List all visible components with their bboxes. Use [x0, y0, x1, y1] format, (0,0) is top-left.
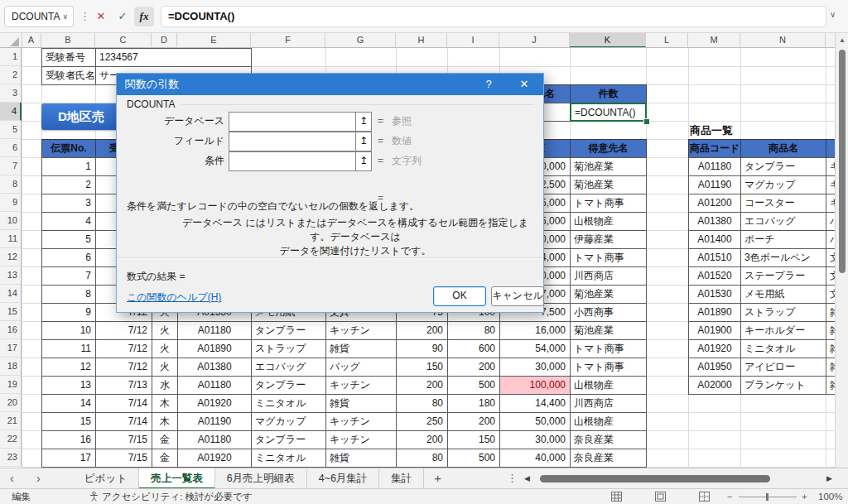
- sheet-tab-売上一覧表[interactable]: 売上一覧表: [139, 468, 215, 489]
- product-cell-r8-c0[interactable]: A01890: [688, 303, 741, 322]
- cancel-button[interactable]: キャンセル: [491, 286, 544, 306]
- formula-input[interactable]: =DCOUNTA(): [161, 6, 826, 27]
- sales-cell-r8-c0[interactable]: 9: [41, 303, 96, 322]
- cancel-entry-button[interactable]: ✕: [91, 7, 111, 26]
- sales-cell-r12-c0[interactable]: 13: [41, 376, 96, 395]
- sales-cell-r13-c5[interactable]: 雑貨: [325, 394, 397, 413]
- page-layout-view-icon[interactable]: [655, 492, 666, 502]
- sales-cell-r11-c3[interactable]: A01380: [177, 358, 252, 377]
- sales-cell-r15-c5[interactable]: キッチン: [325, 430, 397, 449]
- product-cell-r3-c2[interactable]: バ: [826, 212, 835, 231]
- product-cell-r0-c2[interactable]: キ: [826, 157, 835, 176]
- row-header-6[interactable]: 6: [0, 139, 22, 157]
- row-header-16[interactable]: 16: [0, 321, 22, 339]
- sales-cell-r9-c2[interactable]: 火: [152, 321, 178, 340]
- sales-cell-r12-c5[interactable]: キッチン: [325, 376, 397, 395]
- sales-cell-r11-c5[interactable]: バッグ: [325, 358, 397, 377]
- sheet-tab-6月売上明細表[interactable]: 6月売上明細表: [215, 468, 307, 489]
- tabs-more-icon[interactable]: ⋮: [507, 468, 518, 488]
- add-sheet-button[interactable]: +: [434, 468, 441, 488]
- horizontal-scroll-thumb[interactable]: [540, 475, 770, 482]
- sales-cell-r4-c0[interactable]: 5: [41, 230, 96, 249]
- sales-header-0[interactable]: 伝票No.: [41, 139, 96, 158]
- sales-cell-r9-c4[interactable]: タンブラー: [251, 321, 326, 340]
- sales-cell-r1-c9[interactable]: 菊池産業: [570, 175, 647, 194]
- sales-cell-r11-c1[interactable]: 7/12: [95, 358, 152, 377]
- sales-header-9[interactable]: 得意先名: [570, 139, 647, 158]
- product-cell-r4-c2[interactable]: バ: [826, 230, 835, 249]
- sales-cell-r0-c0[interactable]: 1: [41, 157, 96, 176]
- product-cell-r10-c2[interactable]: 雑: [826, 339, 835, 358]
- sales-cell-r16-c9[interactable]: 奈良産業: [570, 449, 647, 468]
- sales-cell-r15-c3[interactable]: A01180: [177, 430, 252, 449]
- sales-cell-r8-c9[interactable]: 小西商事: [570, 303, 647, 322]
- sales-cell-r14-c5[interactable]: キッチン: [325, 412, 397, 431]
- sales-cell-r9-c9[interactable]: 菊池産業: [570, 321, 647, 340]
- sales-cell-r15-c9[interactable]: 奈良産業: [570, 430, 647, 449]
- sales-cell-r9-c5[interactable]: キッチン: [325, 321, 397, 340]
- sales-cell-r12-c1[interactable]: 7/13: [95, 376, 152, 395]
- row-header-7[interactable]: 7: [0, 157, 22, 175]
- sales-cell-r15-c0[interactable]: 16: [41, 430, 96, 449]
- sales-cell-r10-c4[interactable]: ストラップ: [251, 339, 326, 358]
- select-all-corner[interactable]: [0, 33, 22, 48]
- function-help-link[interactable]: この関数のヘルプ(H): [127, 290, 221, 305]
- sales-cell-r13-c0[interactable]: 14: [41, 394, 96, 413]
- sales-cell-r2-c9[interactable]: トマト商事: [570, 194, 647, 213]
- product-header-0[interactable]: 商品コード: [688, 139, 741, 158]
- criteria-header-count[interactable]: 件数: [570, 84, 647, 103]
- sales-cell-r7-c0[interactable]: 8: [41, 285, 96, 304]
- sales-cell-r16-c0[interactable]: 17: [41, 449, 96, 468]
- normal-view-icon[interactable]: [611, 492, 622, 502]
- sales-cell-r15-c1[interactable]: 7/15: [95, 430, 152, 449]
- sales-cell-r15-c2[interactable]: 金: [152, 430, 178, 449]
- sales-cell-r10-c6[interactable]: 90: [396, 339, 448, 358]
- sales-cell-r7-c9[interactable]: 菊池産業: [570, 285, 647, 304]
- sales-cell-r9-c6[interactable]: 200: [396, 321, 448, 340]
- sales-cell-r16-c4[interactable]: ミニタオル: [251, 449, 326, 468]
- sales-cell-r16-c8[interactable]: 40,000: [499, 449, 571, 468]
- product-header-1[interactable]: 商品名: [740, 139, 826, 158]
- sales-cell-r12-c3[interactable]: A01180: [177, 376, 252, 395]
- sales-cell-r12-c6[interactable]: 200: [396, 376, 448, 395]
- sales-cell-r5-c0[interactable]: 6: [41, 248, 96, 267]
- sales-cell-r13-c3[interactable]: A01920: [177, 394, 252, 413]
- column-header-K[interactable]: K: [570, 33, 646, 48]
- sales-cell-r13-c9[interactable]: 川西商店: [570, 394, 647, 413]
- product-cell-r11-c2[interactable]: 雑: [826, 358, 835, 377]
- sales-cell-r14-c9[interactable]: 山根物産: [570, 412, 647, 431]
- sales-cell-r16-c1[interactable]: 7/15: [95, 449, 152, 468]
- range-collapse-icon-1[interactable]: ↥: [355, 132, 372, 151]
- sales-cell-r14-c4[interactable]: マグカップ: [251, 412, 326, 431]
- product-cell-r7-c1[interactable]: メモ用紙: [740, 285, 826, 304]
- sales-cell-r16-c6[interactable]: 80: [396, 449, 448, 468]
- zoom-in-button[interactable]: +: [802, 489, 807, 504]
- sales-cell-r10-c5[interactable]: 雑貨: [325, 339, 397, 358]
- product-cell-r12-c0[interactable]: A02000: [688, 376, 741, 395]
- sheet-tab-集計[interactable]: 集計: [379, 468, 424, 489]
- dialog-help-icon[interactable]: ?: [472, 74, 505, 95]
- sales-cell-r16-c2[interactable]: 金: [152, 449, 178, 468]
- ok-button[interactable]: OK: [433, 286, 486, 306]
- sales-cell-r5-c9[interactable]: トマト商事: [570, 248, 647, 267]
- fill-handle[interactable]: [643, 118, 650, 125]
- product-cell-r4-c1[interactable]: ポーチ: [740, 230, 826, 249]
- row-header-19[interactable]: 19: [0, 376, 22, 394]
- product-cell-r9-c0[interactable]: A01900: [688, 321, 741, 340]
- column-header-D[interactable]: D: [152, 33, 177, 48]
- cell-b1-label[interactable]: 受験番号: [41, 48, 96, 67]
- row-header-2[interactable]: 2: [0, 66, 22, 84]
- row-header-22[interactable]: 22: [0, 430, 22, 449]
- product-cell-r12-c2[interactable]: 雑: [826, 376, 835, 395]
- column-header-N[interactable]: N: [740, 33, 826, 48]
- product-cell-r10-c1[interactable]: ミニタオル: [740, 339, 826, 358]
- next-sheet-icon[interactable]: ›: [36, 468, 41, 488]
- sales-cell-r11-c2[interactable]: 火: [152, 358, 178, 377]
- product-cell-r8-c1[interactable]: ストラップ: [740, 303, 826, 322]
- sales-cell-r14-c8[interactable]: 50,000: [499, 412, 571, 431]
- product-cell-r2-c0[interactable]: A01200: [688, 194, 741, 213]
- zoom-level[interactable]: 100%: [818, 489, 842, 504]
- cell-b2-label[interactable]: 受験者氏名: [41, 66, 96, 85]
- sales-cell-r14-c3[interactable]: A01190: [177, 412, 252, 431]
- sales-cell-r12-c2[interactable]: 水: [152, 376, 178, 395]
